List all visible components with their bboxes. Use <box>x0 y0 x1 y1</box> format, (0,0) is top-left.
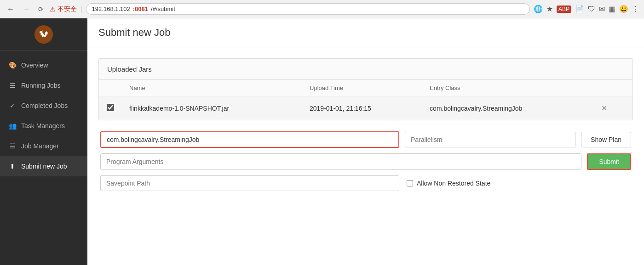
sidebar-label-submit-new-job: Submit new Job <box>21 163 67 170</box>
completed-jobs-icon: ✓ <box>8 102 17 109</box>
uploaded-jars-header: Uploaded Jars <box>99 59 632 80</box>
browser-icons: 🌐 ★ ABP 📄 🛡 ✉ ▦ 😀 ⋮ <box>534 5 639 13</box>
allow-non-restored-checkbox[interactable] <box>407 180 413 186</box>
uploaded-jars-card: Uploaded Jars Name Upload Time Entry Cla… <box>98 58 633 120</box>
program-args-input[interactable] <box>100 153 581 170</box>
jar-upload-time: 2019-01-01, 21:16:15 <box>302 96 422 120</box>
logo-image: 🐿 <box>34 25 53 44</box>
col-actions <box>591 80 632 96</box>
sidebar-item-completed-jobs[interactable]: ✓ Completed Jobs <box>0 96 87 116</box>
security-label: 不安全 <box>58 5 77 13</box>
main-content: Submit new Job Uploaded Jars Name Upload… <box>87 18 644 265</box>
show-plan-button[interactable]: Show Plan <box>581 132 631 147</box>
url-divider: | <box>80 6 82 13</box>
sidebar: 🐿 🎨 Overview ☰ Running Jobs ✓ Completed … <box>0 18 87 265</box>
forward-button[interactable]: → <box>20 4 32 14</box>
running-jobs-icon: ☰ <box>8 82 17 89</box>
warning-icon: ⚠ <box>50 6 56 13</box>
jar-entry-class: com.bolingcavalry.StreamingJob <box>422 96 591 120</box>
sidebar-item-submit-new-job[interactable]: ⬆ Submit new Job <box>0 156 87 176</box>
sidebar-logo: 🐿 <box>0 18 87 51</box>
sidebar-item-overview[interactable]: 🎨 Overview <box>0 55 87 75</box>
form-row-savepoint: Allow Non Restored State <box>100 175 631 191</box>
savepoint-input[interactable] <box>100 175 399 191</box>
col-checkbox <box>99 80 122 96</box>
bookmark-icon[interactable]: ★ <box>546 5 553 13</box>
sidebar-label-task-managers: Task Managers <box>21 122 65 130</box>
url-path: /#/submit <box>151 6 175 12</box>
jars-table-container: Name Upload Time Entry Class <box>99 80 632 120</box>
col-upload-time: Upload Time <box>302 80 422 96</box>
page-title: Submit new Job <box>98 27 633 39</box>
col-entry-class: Entry Class <box>422 80 591 96</box>
submit-button[interactable]: Submit <box>587 153 631 170</box>
menu-icon[interactable]: ⋮ <box>632 5 639 13</box>
col-name: Name <box>122 80 302 96</box>
overview-icon: 🎨 <box>8 62 17 69</box>
sidebar-label-completed-jobs: Completed Jobs <box>21 102 68 109</box>
qr-icon[interactable]: ▦ <box>609 5 615 13</box>
reload-button[interactable]: ⟳ <box>36 5 46 14</box>
task-managers-icon: 👥 <box>8 122 17 130</box>
adblock-icon[interactable]: ABP <box>557 6 571 13</box>
security-warning: ⚠ 不安全 <box>50 5 77 13</box>
delete-jar-button[interactable]: ✕ <box>598 103 610 113</box>
sidebar-item-task-managers[interactable]: 👥 Task Managers <box>0 116 87 136</box>
allow-non-restored-label[interactable]: Allow Non Restored State <box>407 180 490 187</box>
logo-icon: 🐿 <box>39 29 48 39</box>
gmail-icon[interactable]: ✉ <box>599 5 605 13</box>
page-header: Submit new Job <box>87 18 644 47</box>
jar-delete-cell[interactable]: ✕ <box>591 96 632 120</box>
table-row: flinkkafkademo-1.0-SNAPSHOT.jar 2019-01-… <box>99 96 632 120</box>
content-area: Uploaded Jars Name Upload Time Entry Cla… <box>87 47 644 265</box>
submit-new-job-icon: ⬆ <box>8 163 17 170</box>
form-row-entry-class: com.bolingcavalry.StreamingJob Show Plan <box>100 131 631 148</box>
browser-chrome: ← → ⟳ ⚠ 不安全 | 192.168.1.102:8081/#/submi… <box>0 0 644 18</box>
sidebar-item-job-manager[interactable]: ☰ Job Manager <box>0 136 87 156</box>
translate-icon[interactable]: 🌐 <box>534 5 543 13</box>
pdf-icon[interactable]: 📄 <box>575 5 584 13</box>
allow-non-restored-text: Allow Non Restored State <box>417 180 490 187</box>
profile-icon[interactable]: 😀 <box>619 5 628 13</box>
jar-checkbox[interactable] <box>107 104 114 111</box>
back-button[interactable]: ← <box>5 4 17 14</box>
sidebar-label-running-jobs: Running Jobs <box>21 82 61 89</box>
parallelism-input[interactable] <box>405 132 575 147</box>
sidebar-label-overview: Overview <box>21 62 48 69</box>
entry-class-input[interactable]: com.bolingcavalry.StreamingJob <box>100 131 399 148</box>
url-port: :8081 <box>133 6 148 12</box>
app-container: 🐿 🎨 Overview ☰ Running Jobs ✓ Completed … <box>0 18 644 265</box>
url-prefix: 192.168.1.102 <box>92 6 130 12</box>
row-checkbox-cell[interactable] <box>99 96 122 120</box>
url-bar[interactable]: 192.168.1.102:8081/#/submit <box>86 3 530 15</box>
form-row-program-args: Submit <box>100 153 631 170</box>
job-manager-icon: ☰ <box>8 142 17 150</box>
job-form: com.bolingcavalry.StreamingJob Show Plan… <box>98 131 633 191</box>
jars-table: Name Upload Time Entry Class <box>99 80 632 120</box>
jar-name: flinkkafkademo-1.0-SNAPSHOT.jar <box>122 96 302 120</box>
sidebar-label-job-manager: Job Manager <box>21 142 59 150</box>
shield-icon[interactable]: 🛡 <box>588 5 595 13</box>
sidebar-nav: 🎨 Overview ☰ Running Jobs ✓ Completed Jo… <box>0 51 87 265</box>
sidebar-item-running-jobs[interactable]: ☰ Running Jobs <box>0 75 87 96</box>
